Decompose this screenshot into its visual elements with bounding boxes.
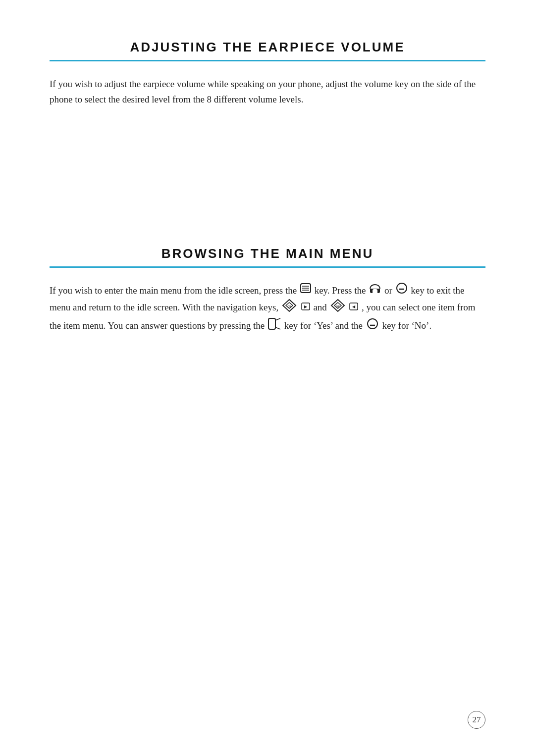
svg-text:▶: ▶ (304, 304, 308, 309)
page: ADJUSTING THE EARPIECE VOLUME If you wis… (0, 0, 535, 756)
menu-key-icon (300, 283, 311, 298)
section-divider-main-menu (50, 266, 485, 268)
svg-text:ok: ok (287, 304, 291, 308)
nav-right-icon: ok (282, 299, 297, 317)
svg-point-18 (368, 319, 377, 329)
section-divider-earpiece (50, 60, 485, 61)
no-key-icon (366, 318, 379, 334)
svg-text:◀: ◀ (352, 304, 356, 309)
text-and: and (313, 302, 329, 312)
text-part7: key for ‘Yes’ and the (284, 320, 363, 331)
section-earpiece-volume: ADJUSTING THE EARPIECE VOLUME If you wis… (50, 40, 485, 107)
section-title-main-menu: BROWSING THE MAIN MENU (50, 246, 485, 261)
text-part8: key for ‘No’. (382, 320, 431, 331)
left-arrow-small-icon: ◀ (349, 301, 358, 315)
svg-line-17 (275, 327, 280, 329)
page-number: 27 (468, 711, 485, 729)
text-part2: key. Press the (315, 285, 366, 296)
earpiece-body-text: If you wish to adjust the earpiece volum… (50, 76, 485, 107)
nav-left-icon: ok (330, 299, 345, 317)
end-key-icon (396, 283, 408, 299)
section-title-earpiece: ADJUSTING THE EARPIECE VOLUME (50, 40, 485, 55)
main-menu-body-text: If you wish to enter the main menu from … (50, 283, 485, 335)
svg-line-16 (275, 318, 280, 320)
text-part1: If you wish to enter the main menu from … (50, 285, 297, 296)
send-key-icon (369, 283, 381, 299)
text-part3: or (384, 285, 392, 296)
svg-text:ok: ok (336, 304, 340, 308)
section-gap (50, 137, 485, 246)
section-main-menu: BROWSING THE MAIN MENU If you wish to en… (50, 246, 485, 335)
svg-point-4 (397, 283, 407, 293)
yes-key-icon (268, 318, 281, 335)
right-arrow-small-icon: ▶ (301, 301, 310, 315)
svg-rect-15 (268, 318, 275, 329)
